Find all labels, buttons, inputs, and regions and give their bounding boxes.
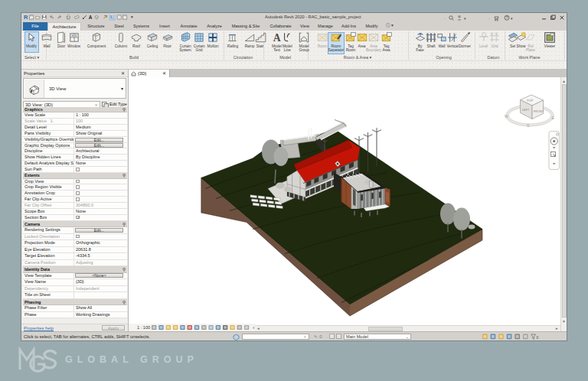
svg-text:?: ? <box>506 15 508 20</box>
svg-text:·: · <box>488 15 490 20</box>
svg-text:▾: ▾ <box>511 15 513 20</box>
svg-text:▾: ▾ <box>464 15 466 20</box>
svg-text:TOP: TOP <box>527 99 534 103</box>
svg-text:0: 0 <box>537 335 539 340</box>
svg-text:A: A <box>89 15 93 20</box>
svg-text:E: E <box>552 116 555 120</box>
svg-text:FRONT: FRONT <box>534 110 544 113</box>
svg-text:‹: ‹ <box>253 325 254 331</box>
svg-text:·: · <box>444 15 446 20</box>
svg-text:A: A <box>273 32 280 44</box>
svg-text:LEFT: LEFT <box>522 109 530 112</box>
svg-text:W: W <box>505 114 508 119</box>
